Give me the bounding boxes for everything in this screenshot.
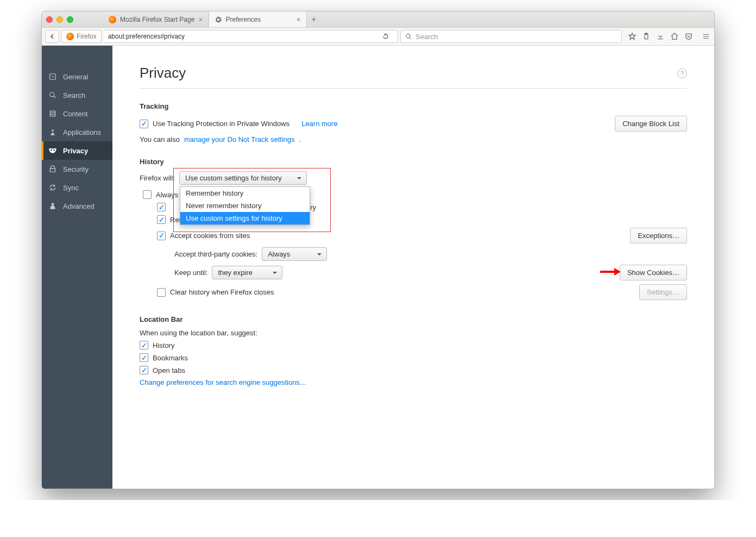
remember-browsing-checkbox[interactable]: [157, 203, 166, 211]
window-maximize-button[interactable]: [67, 16, 73, 23]
cookie-exceptions-button[interactable]: Exceptions…: [630, 228, 687, 243]
firefox-icon: [66, 33, 74, 40]
sidebar-label: Applications: [63, 128, 101, 136]
tracking-heading: Tracking: [140, 102, 687, 110]
new-tab-button[interactable]: +: [307, 15, 321, 24]
svg-point-1: [52, 76, 53, 77]
search-bar[interactable]: Search: [400, 30, 622, 43]
third-party-cookies-select[interactable]: Always: [262, 247, 327, 261]
sidebar-label: General: [63, 73, 88, 81]
pocket-icon[interactable]: [684, 32, 694, 41]
sidebar-item-content[interactable]: Content: [42, 104, 112, 123]
identity-box[interactable]: Firefox: [61, 30, 102, 43]
sidebar-item-general[interactable]: General: [42, 67, 112, 86]
help-icon[interactable]: ?: [677, 68, 687, 78]
sidebar-label: Advanced: [63, 202, 94, 210]
accept-cookies-checkbox[interactable]: [157, 232, 166, 240]
sidebar-label: Privacy: [63, 147, 88, 155]
remember-search-checkbox[interactable]: [157, 215, 166, 224]
sidebar-item-advanced[interactable]: Advanced: [42, 197, 112, 215]
firefox-will-label: Firefox will:: [140, 174, 175, 182]
always-private-checkbox[interactable]: [143, 190, 152, 199]
menu-button[interactable]: [701, 32, 711, 41]
sidebar-item-sync[interactable]: Sync: [42, 178, 112, 197]
browser-window: Mozilla Firefox Start Page × Preferences…: [41, 11, 715, 489]
dnt-prefix: You can also: [140, 135, 180, 143]
history-mode-select[interactable]: Use custom settings for history: [179, 171, 307, 185]
keep-until-select[interactable]: they expire: [212, 266, 282, 279]
titlebar: Mozilla Firefox Start Page × Preferences…: [42, 11, 714, 28]
clear-on-close-label: Clear history when Firefox closes: [170, 288, 274, 296]
tracking-protection-label: Use Tracking Protection in Private Windo…: [153, 120, 289, 128]
home-icon[interactable]: [670, 32, 679, 41]
third-party-value: Always: [268, 250, 290, 258]
prefs-sidebar: General Search Content Applications Priv…: [42, 46, 112, 489]
dnt-period: .: [299, 135, 301, 143]
navbar: Firefox about:preferences#privacy Search: [42, 28, 714, 46]
sidebar-item-security[interactable]: Security: [42, 160, 112, 178]
suggest-bookmarks-checkbox[interactable]: [140, 353, 148, 362]
prefs-content: Privacy ? Tracking Use Tracking Protecti…: [112, 46, 714, 489]
tab-label: Preferences: [226, 16, 261, 23]
window-minimize-button[interactable]: [56, 16, 63, 23]
locationbar-intro: When using the location bar, suggest:: [140, 329, 687, 337]
keep-until-value: they expire: [218, 268, 253, 277]
downloads-icon[interactable]: [656, 32, 665, 41]
search-placeholder: Search: [415, 33, 438, 41]
lock-icon: [48, 165, 57, 173]
clipboard-icon[interactable]: [641, 32, 651, 41]
privacy-icon: [48, 146, 57, 155]
reload-button[interactable]: [378, 33, 393, 40]
history-option-never[interactable]: Never remember history: [180, 199, 310, 212]
tab-label: Mozilla Firefox Start Page: [120, 16, 194, 23]
bookmark-star-icon[interactable]: [627, 32, 637, 41]
search-icon: [405, 33, 412, 40]
learn-more-link[interactable]: Learn more: [301, 120, 337, 128]
content-icon: [48, 109, 57, 118]
sync-icon: [48, 183, 57, 192]
toolbar-icons: [627, 32, 711, 41]
search-suggestions-link[interactable]: Change preferences for search engine sug…: [140, 378, 307, 386]
suggest-history-checkbox[interactable]: [140, 341, 148, 349]
sidebar-item-search[interactable]: Search: [42, 86, 112, 104]
back-button[interactable]: [45, 30, 59, 43]
tab-start-page[interactable]: Mozilla Firefox Start Page ×: [103, 11, 209, 27]
applications-icon: [48, 128, 57, 136]
suggest-history-label: History: [153, 341, 174, 349]
change-block-list-button[interactable]: Change Block List: [615, 116, 687, 132]
locationbar-heading: Location Bar: [140, 315, 687, 323]
tracking-protection-checkbox[interactable]: [140, 120, 148, 128]
history-heading: History: [140, 158, 687, 166]
svg-point-3: [53, 149, 55, 151]
window-close-button[interactable]: [46, 16, 53, 23]
tab-close-icon[interactable]: ×: [296, 15, 300, 24]
advanced-icon: [48, 202, 57, 210]
sidebar-label: Security: [63, 165, 89, 173]
url-text: about:preferences#privacy: [108, 33, 185, 40]
tab-close-icon[interactable]: ×: [198, 15, 203, 24]
suggest-opentabs-label: Open tabs: [153, 366, 185, 374]
sidebar-label: Content: [63, 110, 88, 118]
suggest-bookmarks-label: Bookmarks: [153, 354, 188, 362]
url-bar[interactable]: about:preferences#privacy: [104, 30, 398, 43]
history-option-custom[interactable]: Use custom settings for history: [180, 212, 310, 224]
tab-preferences[interactable]: Preferences ×: [209, 11, 307, 27]
firefox-icon: [109, 16, 116, 23]
dnt-link[interactable]: manage your Do Not Track settings: [184, 135, 295, 143]
body: General Search Content Applications Priv…: [42, 46, 714, 489]
history-mode-dropdown: Remember history Never remember history …: [180, 186, 310, 225]
general-icon: [48, 72, 57, 81]
gear-icon: [215, 16, 222, 23]
history-option-remember[interactable]: Remember history: [180, 187, 310, 199]
suggest-opentabs-checkbox[interactable]: [140, 366, 148, 374]
sidebar-label: Search: [63, 91, 85, 99]
page-header: Privacy ?: [140, 65, 687, 89]
annotation-arrow: [600, 268, 622, 276]
sidebar-item-privacy[interactable]: Privacy: [42, 141, 112, 160]
search-icon: [48, 91, 57, 99]
show-cookies-button[interactable]: Show Cookies…: [620, 265, 687, 280]
page-title: Privacy: [140, 65, 186, 82]
clear-on-close-checkbox[interactable]: [157, 288, 166, 297]
sidebar-label: Sync: [63, 184, 79, 192]
sidebar-item-applications[interactable]: Applications: [42, 123, 112, 141]
